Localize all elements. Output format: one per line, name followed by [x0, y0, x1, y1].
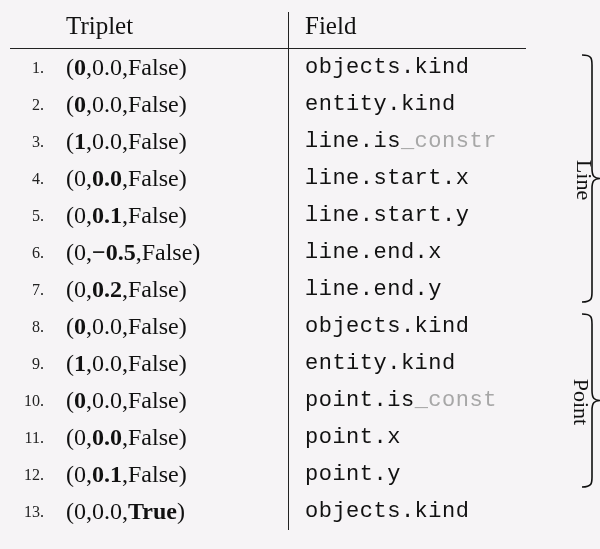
paren-open: (: [66, 91, 74, 118]
triplet-cell: (0, 0.0, False): [54, 419, 288, 456]
row-index-label: 13.: [24, 503, 44, 521]
figure-root: Triplet Field 1.(0, 0.0, False)objects.k…: [0, 0, 600, 549]
paren-open: (: [66, 461, 74, 488]
paren-open: (: [66, 424, 74, 451]
field-dim: _constr: [401, 129, 497, 154]
triplet-b: 0.0: [92, 128, 122, 155]
paren-open: (: [66, 128, 74, 155]
row-index: 11.: [10, 419, 54, 456]
paren-close: ): [192, 239, 200, 266]
triplet-cell: (0, 0.2, False): [54, 271, 288, 308]
row-index-label: 11.: [25, 429, 44, 447]
row-index: 12.: [10, 456, 54, 493]
header-triplet-label: Triplet: [66, 12, 133, 40]
triplet-b: −0.5: [92, 239, 136, 266]
field-cell: entity.kind: [288, 86, 526, 123]
triplet-b: 0.0: [92, 498, 122, 525]
triplet-a: 0: [74, 313, 86, 340]
field-cell: objects.kind: [288, 308, 526, 345]
field-dim: _const: [415, 388, 497, 413]
paren-open: (: [66, 313, 74, 340]
paren-open: (: [66, 498, 74, 525]
field-cell: line.start.y: [288, 197, 526, 234]
row-index-label: 2.: [32, 96, 44, 114]
triplet-cell: (0, 0.0, False): [54, 86, 288, 123]
triplet-c: False: [128, 387, 179, 414]
triplet-c: False: [128, 128, 179, 155]
paren-close: ): [179, 276, 187, 303]
field-cell: line.is_constr: [288, 123, 526, 160]
triplet-a: 0: [74, 276, 86, 303]
field-cell: entity.kind: [288, 345, 526, 382]
triplet-a: 0: [74, 54, 86, 81]
row-index-label: 12.: [24, 466, 44, 484]
field-main: entity.kind: [305, 351, 456, 376]
field-cell: point.x: [288, 419, 526, 456]
field-cell: line.end.x: [288, 234, 526, 271]
row-index: 8.: [10, 308, 54, 345]
triplet-field-table: Triplet Field 1.(0, 0.0, False)objects.k…: [10, 12, 590, 530]
row-index-label: 8.: [32, 318, 44, 336]
column-header-field: Field: [288, 12, 526, 49]
triplet-cell: (1, 0.0, False): [54, 123, 288, 160]
row-index-label: 9.: [32, 355, 44, 373]
triplet-cell: (1, 0.0, False): [54, 345, 288, 382]
field-main: point.is: [305, 388, 415, 413]
triplet-a: 1: [74, 350, 86, 377]
triplet-a: 0: [74, 239, 86, 266]
triplet-b: 0.0: [92, 350, 122, 377]
header-spacer: [10, 12, 54, 49]
field-cell: line.start.x: [288, 160, 526, 197]
triplet-cell: (0, 0.1, False): [54, 456, 288, 493]
paren-close: ): [179, 424, 187, 451]
triplet-a: 0: [74, 461, 86, 488]
row-index-label: 1.: [32, 59, 44, 77]
field-cell: objects.kind: [288, 493, 526, 530]
row-index: 10.: [10, 382, 54, 419]
paren-close: ): [179, 91, 187, 118]
row-index-label: 10.: [24, 392, 44, 410]
header-field-label: Field: [305, 12, 356, 40]
column-header-triplet: Triplet: [54, 12, 288, 49]
paren-open: (: [66, 387, 74, 414]
triplet-c: False: [128, 313, 179, 340]
triplet-cell: (0, 0.0, False): [54, 49, 288, 86]
triplet-cell: (0, 0.0, True): [54, 493, 288, 530]
field-main: line.start.y: [305, 203, 469, 228]
paren-close: ): [179, 350, 187, 377]
row-index: 9.: [10, 345, 54, 382]
triplet-cell: (0, 0.0, False): [54, 308, 288, 345]
field-main: line.start.x: [305, 166, 469, 191]
field-cell: point.y: [288, 456, 526, 493]
field-main: objects.kind: [305, 55, 469, 80]
triplet-cell: (0, 0.0, False): [54, 382, 288, 419]
field-main: point.y: [305, 462, 401, 487]
paren-open: (: [66, 202, 74, 229]
row-index-label: 3.: [32, 133, 44, 151]
row-index: 6.: [10, 234, 54, 271]
row-index: 3.: [10, 123, 54, 160]
row-index: 7.: [10, 271, 54, 308]
triplet-b: 0.1: [92, 461, 122, 488]
row-index: 4.: [10, 160, 54, 197]
triplet-c: True: [128, 498, 177, 525]
triplet-cell: (0, −0.5, False): [54, 234, 288, 271]
row-index-label: 4.: [32, 170, 44, 188]
triplet-c: False: [128, 91, 179, 118]
triplet-b: 0.0: [92, 424, 122, 451]
field-main: entity.kind: [305, 92, 456, 117]
paren-open: (: [66, 165, 74, 192]
paren-close: ): [177, 498, 185, 525]
field-main: objects.kind: [305, 314, 469, 339]
paren-open: (: [66, 54, 74, 81]
row-index-label: 7.: [32, 281, 44, 299]
paren-close: ): [179, 461, 187, 488]
triplet-a: 0: [74, 424, 86, 451]
triplet-a: 0: [74, 91, 86, 118]
triplet-c: False: [142, 239, 193, 266]
triplet-cell: (0, 0.0, False): [54, 160, 288, 197]
triplet-a: 1: [74, 128, 86, 155]
triplet-b: 0.0: [92, 313, 122, 340]
triplet-a: 0: [74, 498, 86, 525]
paren-close: ): [179, 313, 187, 340]
